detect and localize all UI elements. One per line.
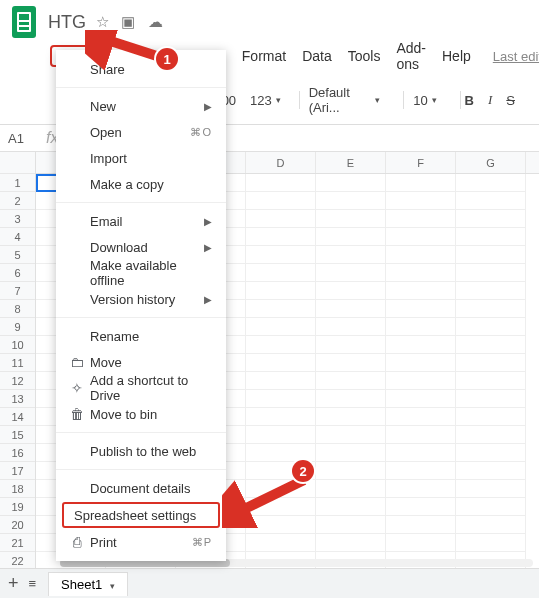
cell[interactable] — [456, 336, 526, 354]
cell[interactable] — [316, 210, 386, 228]
cell[interactable] — [316, 354, 386, 372]
menu-item-offline[interactable]: Make available offline — [56, 260, 226, 286]
cell[interactable] — [246, 300, 316, 318]
cell[interactable] — [386, 174, 456, 192]
cell[interactable] — [386, 210, 456, 228]
row-header[interactable]: 14 — [0, 408, 35, 426]
cell[interactable] — [246, 282, 316, 300]
cell[interactable] — [456, 246, 526, 264]
menu-item-new[interactable]: New▶ — [56, 93, 226, 119]
move-folder-icon[interactable]: ▣ — [121, 13, 135, 30]
cell[interactable] — [456, 534, 526, 552]
cell[interactable] — [316, 192, 386, 210]
cell[interactable] — [246, 534, 316, 552]
cell[interactable] — [246, 372, 316, 390]
cell[interactable] — [246, 390, 316, 408]
cell[interactable] — [386, 480, 456, 498]
cell[interactable] — [456, 462, 526, 480]
cell[interactable] — [386, 390, 456, 408]
cell[interactable] — [386, 426, 456, 444]
cell[interactable] — [456, 174, 526, 192]
column-header[interactable]: D — [246, 152, 316, 173]
menu-addons[interactable]: Add-ons — [396, 40, 426, 72]
cell[interactable] — [316, 300, 386, 318]
menu-item-print[interactable]: ⎙Print⌘P — [56, 529, 226, 555]
row-header[interactable]: 3 — [0, 210, 35, 228]
row-header[interactable]: 7 — [0, 282, 35, 300]
menu-item-open[interactable]: Open⌘O — [56, 119, 226, 145]
menu-item-document-details[interactable]: Document details — [56, 475, 226, 501]
cell[interactable] — [246, 192, 316, 210]
cell[interactable] — [456, 264, 526, 282]
menu-item-move-bin[interactable]: 🗑Move to bin — [56, 401, 226, 427]
cell[interactable] — [316, 534, 386, 552]
font-size-select[interactable]: 10▾ — [408, 90, 441, 111]
cell[interactable] — [386, 498, 456, 516]
cell[interactable] — [316, 462, 386, 480]
font-select[interactable]: Default (Ari...▾ — [304, 82, 386, 118]
row-header[interactable]: 4 — [0, 228, 35, 246]
cell[interactable] — [456, 408, 526, 426]
cell[interactable] — [456, 354, 526, 372]
menu-tools[interactable]: Tools — [348, 48, 381, 64]
cell[interactable] — [386, 300, 456, 318]
last-edit-link[interactable]: Last edit was 2 minut — [493, 49, 539, 64]
italic-button[interactable]: I — [488, 92, 492, 108]
cell[interactable] — [316, 336, 386, 354]
cell[interactable] — [316, 426, 386, 444]
cell[interactable] — [386, 192, 456, 210]
row-header[interactable]: 10 — [0, 336, 35, 354]
cell[interactable] — [386, 462, 456, 480]
cell[interactable] — [386, 444, 456, 462]
cell[interactable] — [386, 318, 456, 336]
cell[interactable] — [386, 282, 456, 300]
cell[interactable] — [456, 444, 526, 462]
row-header[interactable]: 5 — [0, 246, 35, 264]
cell[interactable] — [316, 264, 386, 282]
cell[interactable] — [316, 516, 386, 534]
all-sheets-button[interactable]: ≡ — [29, 576, 37, 591]
cell[interactable] — [386, 228, 456, 246]
menu-data[interactable]: Data — [302, 48, 332, 64]
cell[interactable] — [246, 354, 316, 372]
row-header[interactable]: 2 — [0, 192, 35, 210]
cell[interactable] — [246, 174, 316, 192]
cell[interactable] — [456, 300, 526, 318]
cell[interactable] — [456, 390, 526, 408]
cell[interactable] — [386, 372, 456, 390]
cell[interactable] — [246, 264, 316, 282]
row-header[interactable]: 18 — [0, 480, 35, 498]
doc-title[interactable]: HTG — [48, 12, 86, 33]
cell[interactable] — [386, 336, 456, 354]
column-header[interactable]: G — [456, 152, 526, 173]
cell[interactable] — [456, 210, 526, 228]
menu-item-rename[interactable]: Rename — [56, 323, 226, 349]
cell[interactable] — [246, 246, 316, 264]
row-header[interactable]: 19 — [0, 498, 35, 516]
row-header[interactable]: 20 — [0, 516, 35, 534]
cell[interactable] — [316, 372, 386, 390]
row-header[interactable]: 12 — [0, 372, 35, 390]
menu-format[interactable]: Format — [242, 48, 286, 64]
menu-help[interactable]: Help — [442, 48, 471, 64]
row-header[interactable]: 8 — [0, 300, 35, 318]
cell[interactable] — [246, 408, 316, 426]
cell[interactable] — [316, 498, 386, 516]
cell[interactable] — [456, 372, 526, 390]
number-format-button[interactable]: 123▾ — [250, 93, 281, 108]
add-sheet-button[interactable]: + — [8, 573, 19, 594]
cell[interactable] — [316, 390, 386, 408]
row-header[interactable]: 13 — [0, 390, 35, 408]
menu-item-move[interactable]: 🗀Move — [56, 349, 226, 375]
menu-item-add-shortcut[interactable]: ✧Add a shortcut to Drive — [56, 375, 226, 401]
cell[interactable] — [456, 282, 526, 300]
name-box[interactable]: A1 — [8, 131, 46, 146]
row-header[interactable]: 17 — [0, 462, 35, 480]
row-header[interactable]: 16 — [0, 444, 35, 462]
cell[interactable] — [316, 480, 386, 498]
cell[interactable] — [456, 498, 526, 516]
cell[interactable] — [386, 534, 456, 552]
cell[interactable] — [386, 246, 456, 264]
menu-item-make-copy[interactable]: Make a copy — [56, 171, 226, 197]
cell[interactable] — [246, 336, 316, 354]
